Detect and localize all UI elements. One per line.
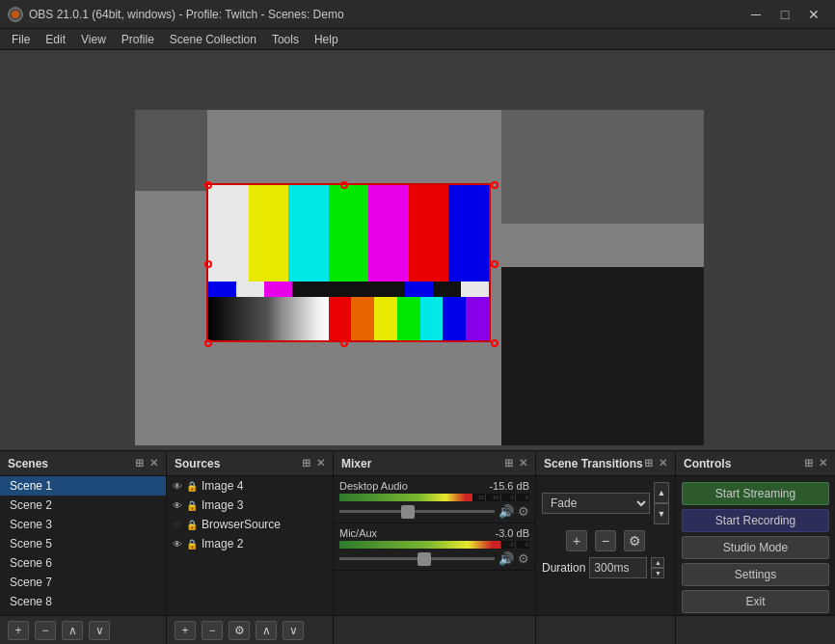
controls-close-icon[interactable]: ✕ bbox=[819, 457, 827, 470]
scenes-footer: + − ∧ ∨ bbox=[0, 615, 166, 644]
menu-view[interactable]: View bbox=[73, 31, 114, 48]
mic-aux-settings-icon[interactable]: ⚙ bbox=[518, 551, 529, 566]
controls-config-icon[interactable]: ⊞ bbox=[804, 457, 813, 470]
sources-config-icon[interactable]: ⊞ bbox=[302, 457, 310, 470]
exit-button[interactable]: Exit bbox=[682, 590, 829, 613]
desktop-audio-speaker-icon[interactable]: 🔊 bbox=[498, 504, 514, 519]
menu-profile[interactable]: Profile bbox=[114, 31, 162, 48]
add-source-button[interactable]: + bbox=[175, 621, 196, 640]
mixer-content: Desktop Audio -15.6 dB -60 -55 -50 -45 -… bbox=[334, 476, 535, 615]
lock-icon: 🔒 bbox=[186, 539, 198, 550]
config-transition-button[interactable]: ⚙ bbox=[624, 530, 645, 551]
source-label: BrowserSource bbox=[202, 518, 281, 531]
scene-item[interactable]: Scene 8 bbox=[0, 592, 166, 611]
duration-up-button[interactable]: ▲ bbox=[651, 557, 664, 568]
menu-edit[interactable]: Edit bbox=[38, 31, 73, 48]
visibility-icon[interactable]: 👁 bbox=[173, 539, 182, 550]
mic-aux-level: -3.0 dB bbox=[496, 527, 529, 539]
mic-aux-icons: 🔊 ⚙ bbox=[498, 551, 529, 566]
remove-source-button[interactable]: − bbox=[202, 621, 223, 640]
scene-item[interactable]: Scene 5 bbox=[0, 534, 166, 553]
bar-mid7 bbox=[461, 282, 489, 297]
source-config-button[interactable]: ⚙ bbox=[229, 621, 250, 640]
source-label: Image 3 bbox=[202, 498, 243, 512]
mic-aux-fader[interactable] bbox=[339, 557, 495, 560]
mixer-title: Mixer bbox=[341, 457, 371, 470]
titlebar: OBS 21.0.1 (64bit, windows) - Profile: T… bbox=[0, 0, 835, 29]
desktop-audio-settings-icon[interactable]: ⚙ bbox=[518, 504, 529, 519]
visibility-icon[interactable]: 👁 bbox=[173, 481, 182, 492]
mic-aux-label: Mic/Aux -3.0 dB bbox=[339, 527, 529, 539]
menu-file[interactable]: File bbox=[4, 31, 38, 48]
transitions-header-icons: ⊞ ✕ bbox=[644, 457, 667, 470]
mic-aux-fader-thumb[interactable] bbox=[418, 552, 431, 566]
sources-close-icon[interactable]: ✕ bbox=[316, 457, 325, 470]
start-streaming-button[interactable]: Start Streaming bbox=[682, 482, 829, 505]
desktop-audio-level: -15.6 dB bbox=[489, 480, 529, 492]
settings-button[interactable]: Settings bbox=[682, 563, 829, 586]
studio-mode-button[interactable]: Studio Mode bbox=[682, 536, 829, 559]
scene-item[interactable]: Scene 7 bbox=[0, 573, 166, 592]
bar-yellow bbox=[249, 185, 289, 282]
controls-panel-header: Controls ⊞ ✕ bbox=[676, 451, 835, 476]
mixer-close-icon[interactable]: ✕ bbox=[519, 457, 527, 470]
mic-aux-fader-row: 🔊 ⚙ bbox=[339, 551, 529, 566]
duration-input[interactable] bbox=[589, 557, 647, 578]
bar-mid3 bbox=[264, 282, 292, 297]
minimize-button[interactable]: ─ bbox=[742, 5, 769, 24]
menu-scene-collection[interactable]: Scene Collection bbox=[162, 31, 264, 48]
controls-content: Start Streaming Start Recording Studio M… bbox=[676, 476, 835, 615]
preview-top-bg bbox=[135, 50, 704, 110]
desktop-audio-bar bbox=[339, 494, 472, 501]
transition-type-down[interactable]: ▼ bbox=[654, 503, 669, 524]
add-transition-button[interactable]: + bbox=[566, 530, 587, 551]
duration-down-button[interactable]: ▼ bbox=[651, 568, 664, 578]
source-item[interactable]: 👁 🔒 Image 2 bbox=[167, 534, 333, 553]
source-item[interactable]: 👁 🔒 BrowserSource bbox=[167, 515, 333, 534]
desktop-audio-label: Desktop Audio -15.6 dB bbox=[339, 480, 529, 492]
move-scene-down-button[interactable]: ∨ bbox=[89, 621, 110, 640]
visibility-icon[interactable]: 👁 bbox=[173, 520, 182, 530]
preview-canvas bbox=[135, 110, 704, 445]
menu-tools[interactable]: Tools bbox=[264, 31, 307, 48]
transitions-title: Scene Transitions bbox=[544, 457, 643, 470]
start-recording-button[interactable]: Start Recording bbox=[682, 509, 829, 532]
menu-help[interactable]: Help bbox=[307, 31, 346, 48]
scenes-config-icon[interactable]: ⊞ bbox=[135, 457, 144, 470]
window-controls: ─ □ ✕ bbox=[742, 5, 827, 24]
bar-mid2 bbox=[236, 282, 264, 297]
scene-item[interactable]: Scene 1 bbox=[0, 476, 166, 496]
desktop-audio-fader[interactable] bbox=[339, 510, 495, 513]
visibility-icon[interactable]: 👁 bbox=[173, 500, 182, 511]
mic-aux-meter: -60 -55 -50 -45 -40 -35 -30 -25 -20 -15 … bbox=[339, 541, 529, 549]
desktop-audio-fader-row: 🔊 ⚙ bbox=[339, 504, 529, 519]
remove-transition-button[interactable]: − bbox=[595, 530, 616, 551]
move-source-up-button[interactable]: ∧ bbox=[256, 621, 277, 640]
mixer-config-icon[interactable]: ⊞ bbox=[504, 457, 513, 470]
scene-item[interactable]: Scene 3 bbox=[0, 515, 166, 534]
transitions-config-icon[interactable]: ⊞ bbox=[644, 457, 653, 470]
move-scene-up-button[interactable]: ∧ bbox=[62, 621, 83, 640]
desktop-audio-fader-thumb[interactable] bbox=[401, 505, 415, 519]
scene-item[interactable]: Scene 6 bbox=[0, 553, 166, 573]
preview-dark-tr bbox=[501, 110, 704, 224]
transitions-close-icon[interactable]: ✕ bbox=[659, 457, 667, 470]
add-scene-button[interactable]: + bbox=[8, 621, 29, 640]
remove-scene-button[interactable]: − bbox=[35, 621, 56, 640]
close-button[interactable]: ✕ bbox=[800, 5, 827, 24]
scenes-close-icon[interactable]: ✕ bbox=[149, 457, 158, 470]
rb-v bbox=[466, 297, 489, 340]
transition-type-up[interactable]: ▲ bbox=[654, 482, 669, 503]
scene-item[interactable]: Scene 2 bbox=[0, 496, 166, 515]
mixer-header-icons: ⊞ ✕ bbox=[504, 457, 527, 470]
controls-buttons-group: Start Streaming Start Recording Studio M… bbox=[676, 476, 835, 615]
move-source-down-button[interactable]: ∨ bbox=[283, 621, 304, 640]
source-item[interactable]: 👁 🔒 Image 4 bbox=[167, 476, 333, 496]
preview-bottom-bg bbox=[135, 445, 704, 450]
mic-aux-bar bbox=[339, 541, 500, 549]
transition-type-select[interactable]: Fade Cut Swipe Slide bbox=[542, 493, 650, 514]
maximize-button[interactable]: □ bbox=[771, 5, 798, 24]
source-item[interactable]: 👁 🔒 Image 3 bbox=[167, 496, 333, 515]
mic-aux-speaker-icon[interactable]: 🔊 bbox=[498, 551, 514, 566]
mixer-panel: Mixer ⊞ ✕ Desktop Audio -15.6 dB -60 -55 bbox=[334, 451, 536, 644]
